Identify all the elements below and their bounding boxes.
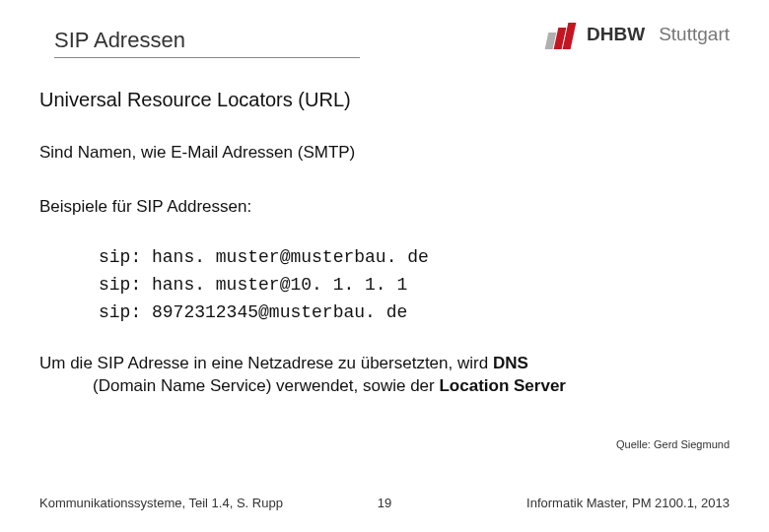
logo-mark-icon: [543, 20, 577, 49]
subtitle: Universal Resource Locators (URL): [39, 89, 351, 111]
source-attribution: Quelle: Gerd Siegmund: [616, 438, 730, 450]
footer-right: Informatik Master, PM 2100.1, 2013: [526, 496, 730, 510]
para-pre: Um die SIP Adresse in eine Netzadrese zu…: [39, 354, 493, 372]
para-bold-dns: DNS: [493, 354, 528, 372]
examples-label: Beispiele für SIP Addressen:: [39, 197, 251, 217]
slide: SIP Adressen DHBW Stuttgart Universal Re…: [0, 0, 769, 532]
sip-examples: sip: hans. muster@musterbau. de sip: han…: [99, 244, 429, 327]
dhbw-logo: DHBW Stuttgart: [543, 20, 730, 49]
logo-brand-text: DHBW: [587, 24, 645, 45]
example-2: sip: hans. muster@10. 1. 1. 1: [99, 275, 407, 295]
dns-paragraph: Um die SIP Adresse in eine Netzadrese zu…: [39, 353, 730, 398]
para-mid: (Domain Name Service) verwendet, sowie d…: [93, 376, 439, 395]
logo-city-text: Stuttgart: [659, 24, 730, 45]
example-3: sip: 8972312345@musterbau. de: [99, 302, 407, 322]
example-1: sip: hans. muster@musterbau. de: [99, 247, 429, 267]
title-underline: [54, 57, 360, 58]
slide-title: SIP Adressen: [54, 28, 185, 53]
svg-rect-2: [563, 23, 577, 49]
intro-line: Sind Namen, wie E-Mail Adressen (SMTP): [39, 143, 355, 163]
para-bold-location: Location Server: [439, 376, 566, 395]
